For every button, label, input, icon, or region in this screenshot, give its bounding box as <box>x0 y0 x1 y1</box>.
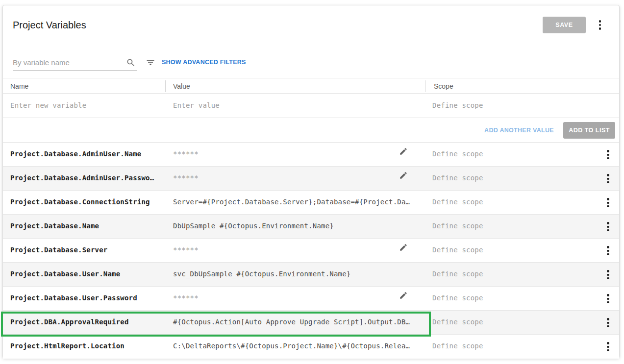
show-advanced-filters-link[interactable]: SHOW ADVANCED FILTERS <box>162 59 246 66</box>
row-overflow-menu-icon[interactable] <box>607 269 609 280</box>
add-to-list-button[interactable]: ADD TO LIST <box>563 122 615 139</box>
column-divider <box>165 80 166 92</box>
column-header-name: Name <box>10 82 28 90</box>
define-scope-button[interactable]: Define scope <box>432 342 483 350</box>
row-overflow-menu-icon[interactable] <box>607 197 609 208</box>
variable-value: C:\DeltaReports\#{Octopus.Project.Name}\… <box>173 342 410 350</box>
new-variable-row: Enter new variable Enter value Define sc… <box>3 94 619 118</box>
define-scope-button[interactable]: Define scope <box>432 174 483 182</box>
save-button[interactable]: SAVE <box>543 17 586 33</box>
new-variable-scope-input[interactable]: Define scope <box>432 101 483 109</box>
row-overflow-menu-icon[interactable] <box>607 317 609 328</box>
card-header: Project Variables SAVE <box>3 5 619 45</box>
variable-name: Project.Database.User.Password <box>10 294 137 302</box>
filter-icon <box>146 57 155 67</box>
column-header-scope: Scope <box>434 82 453 90</box>
row-overflow-menu-icon[interactable] <box>607 173 609 184</box>
edit-icon[interactable] <box>399 243 408 254</box>
edit-icon[interactable] <box>399 291 408 302</box>
new-variable-name-input[interactable]: Enter new variable <box>10 101 86 109</box>
variables-list: Project.Database.AdminUser.Name ****** D… <box>3 143 619 359</box>
new-variable-value-input[interactable]: Enter value <box>173 101 220 109</box>
table-row: Project.DBA.ApprovalRequired #{Octopus.A… <box>3 311 619 335</box>
search-input[interactable]: By variable name <box>13 56 137 71</box>
table-row: Project.Database.User.Password ****** De… <box>3 287 619 311</box>
define-scope-button[interactable]: Define scope <box>432 270 483 278</box>
column-divider <box>425 80 425 92</box>
search-placeholder: By variable name <box>13 58 70 67</box>
variable-value: svc_DbUpSample_#{Octopus.Environment.Nam… <box>173 270 350 278</box>
edit-icon[interactable] <box>399 171 408 182</box>
advanced-filters-toggle[interactable]: SHOW ADVANCED FILTERS <box>146 57 246 67</box>
row-overflow-menu-icon[interactable] <box>607 149 609 160</box>
table-row: Project.Database.User.Name svc_DbUpSampl… <box>3 263 619 287</box>
row-overflow-menu-icon[interactable] <box>607 245 609 256</box>
add-another-value-button[interactable]: ADD ANOTHER VALUE <box>484 127 554 134</box>
row-overflow-menu-icon[interactable] <box>607 293 609 304</box>
variable-value: ****** <box>173 174 199 182</box>
table-row: Project.Database.Server ****** Define sc… <box>3 239 619 263</box>
page-title: Project Variables <box>13 20 86 31</box>
variable-name: Project.Database.AdminUser.Passwo… <box>10 174 154 182</box>
table-row: Project.Database.Name DbUpSample_#{Octop… <box>3 215 619 239</box>
variable-value: Server=#{Project.Database.Server};Databa… <box>173 198 410 206</box>
row-overflow-menu-icon[interactable] <box>607 341 609 352</box>
variable-name: Project.Database.Name <box>10 222 99 230</box>
variable-name: Project.DBA.ApprovalRequired <box>10 318 129 326</box>
column-header-value: Value <box>173 82 190 90</box>
variable-name: Project.Database.Server <box>10 246 107 254</box>
variable-value: ****** <box>173 246 199 254</box>
define-scope-button[interactable]: Define scope <box>432 246 483 254</box>
table-row: Project.Database.AdminUser.Passwo… *****… <box>3 167 619 191</box>
project-variables-card: Project Variables SAVE By variable name … <box>2 5 620 358</box>
define-scope-button[interactable]: Define scope <box>432 318 483 326</box>
table-row: Project.HtmlReport.Location C:\DeltaRepo… <box>3 335 619 359</box>
variable-value: DbUpSample_#{Octopus.Environment.Name} <box>173 222 334 230</box>
define-scope-button[interactable]: Define scope <box>432 294 483 302</box>
edit-icon[interactable] <box>399 147 408 158</box>
variable-name: Project.Database.AdminUser.Name <box>10 150 142 158</box>
define-scope-button[interactable]: Define scope <box>432 150 483 158</box>
filter-bar: By variable name SHOW ADVANCED FILTERS <box>3 45 619 78</box>
variable-name: Project.Database.User.Name <box>10 270 120 278</box>
variable-name: Project.HtmlReport.Location <box>10 342 125 350</box>
table-row: Project.Database.ConnectionString Server… <box>3 191 619 215</box>
define-scope-button[interactable]: Define scope <box>432 198 483 206</box>
variable-value: ****** <box>173 294 199 302</box>
overflow-menu-icon[interactable] <box>596 20 604 30</box>
table-header: Name Value Scope <box>3 78 619 94</box>
variable-value: ****** <box>173 150 199 158</box>
row-overflow-menu-icon[interactable] <box>607 221 609 232</box>
table-row: Project.Database.AdminUser.Name ****** D… <box>3 143 619 167</box>
define-scope-button[interactable]: Define scope <box>432 222 483 230</box>
action-row: ADD ANOTHER VALUE ADD TO LIST <box>3 118 619 143</box>
variable-value: #{Octopus.Action[Auto Approve Upgrade Sc… <box>173 318 410 326</box>
search-icon <box>126 58 136 70</box>
variable-name: Project.Database.ConnectionString <box>10 198 150 206</box>
